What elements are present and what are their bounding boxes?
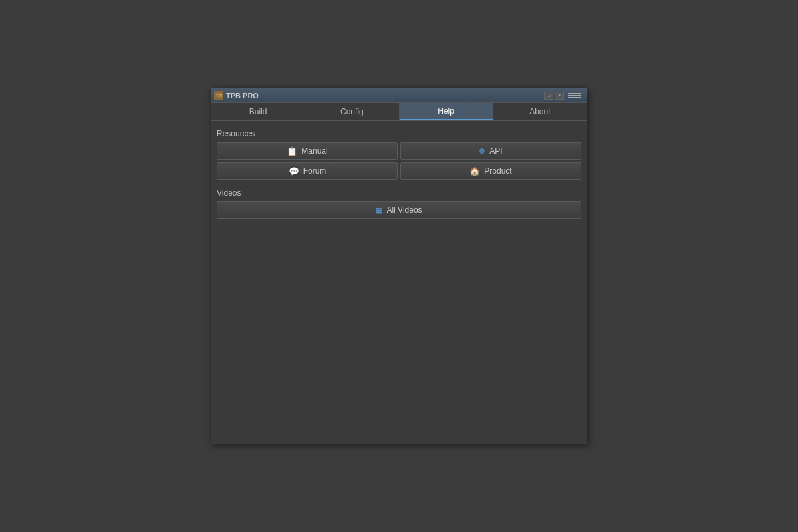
resources-grid: 📋 Manual ⚙ API 💬 Forum 🏠 Product xyxy=(217,142,581,180)
menu-line-1 xyxy=(568,93,581,94)
tab-help[interactable]: Help xyxy=(400,103,493,120)
title-bar: 🗺 TPB PRO □ ✕ xyxy=(211,88,587,103)
title-bar-controls: □ ✕ xyxy=(544,91,584,100)
tab-config[interactable]: Config xyxy=(305,103,399,120)
resources-label: Resources xyxy=(217,129,581,138)
api-button[interactable]: ⚙ API xyxy=(400,142,581,160)
tab-build[interactable]: Build xyxy=(211,103,305,120)
divider xyxy=(217,184,581,184)
title-bar-left: 🗺 TPB PRO xyxy=(214,91,259,100)
content-area: Resources 📋 Manual ⚙ API 💬 Forum 🏠 Produ… xyxy=(211,121,587,444)
menu-line-2 xyxy=(568,95,581,96)
menu-line-3 xyxy=(568,97,581,98)
video-grid-icon: ▦ xyxy=(376,206,382,215)
app-title: TPB PRO xyxy=(226,92,259,100)
menu-button[interactable] xyxy=(565,91,584,100)
forum-icon: 💬 xyxy=(289,166,299,176)
manual-icon: 📋 xyxy=(287,146,297,156)
minimize-button[interactable]: □ xyxy=(544,92,553,100)
home-icon: 🏠 xyxy=(469,166,480,176)
all-videos-button[interactable]: ▦ All Videos xyxy=(217,201,581,219)
api-icon: ⚙ xyxy=(479,147,485,156)
app-window: 🗺 TPB PRO □ ✕ Build Config Help xyxy=(211,88,587,444)
close-button[interactable]: ✕ xyxy=(555,92,564,100)
videos-label: Videos xyxy=(217,188,581,198)
tab-about[interactable]: About xyxy=(493,103,587,120)
manual-button[interactable]: 📋 Manual xyxy=(217,142,398,160)
forum-button[interactable]: 💬 Forum xyxy=(217,162,398,180)
product-button[interactable]: 🏠 Product xyxy=(400,162,581,180)
tabs-bar: Build Config Help About xyxy=(211,103,587,121)
empty-content-area xyxy=(217,219,581,438)
app-icon: 🗺 xyxy=(214,91,223,100)
